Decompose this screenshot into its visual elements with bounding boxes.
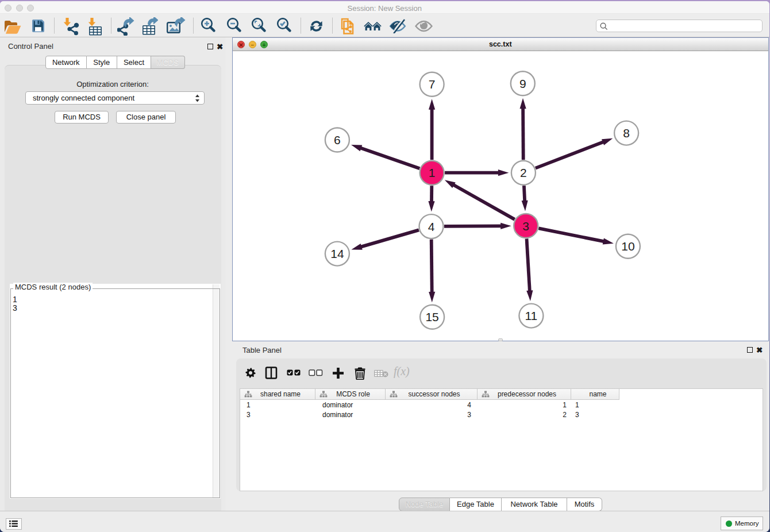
svg-text:1: 1 [429, 166, 436, 179]
svg-text:7: 7 [429, 78, 436, 91]
svg-text:10: 10 [621, 240, 634, 253]
svg-text:11: 11 [525, 309, 537, 322]
svg-text:8: 8 [623, 126, 630, 140]
svg-text:6: 6 [334, 133, 341, 147]
svg-text:15: 15 [425, 310, 438, 323]
svg-text:4: 4 [428, 220, 435, 233]
svg-text:2: 2 [520, 166, 527, 179]
svg-text:14: 14 [330, 247, 344, 260]
svg-text:9: 9 [519, 77, 526, 90]
svg-text:3: 3 [522, 219, 529, 233]
